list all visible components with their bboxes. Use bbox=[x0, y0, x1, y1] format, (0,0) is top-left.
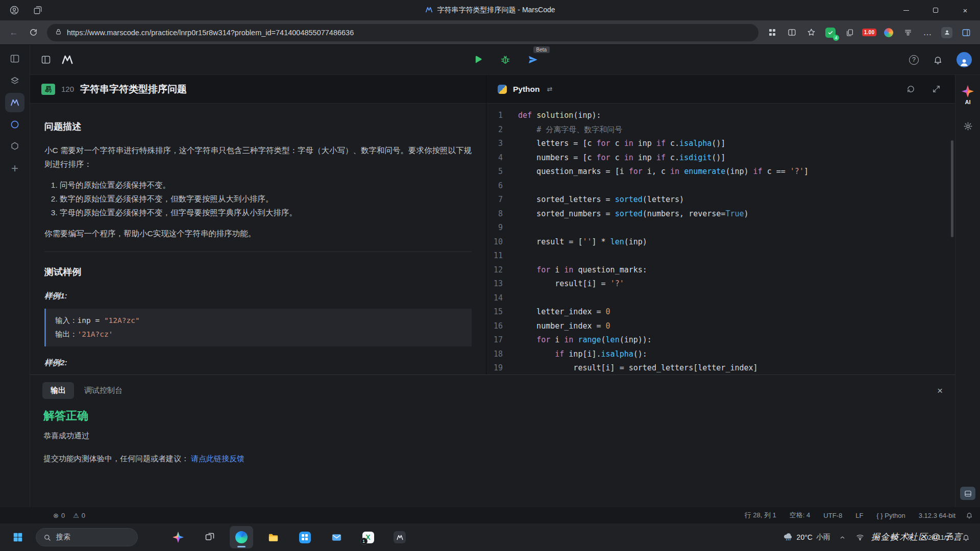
line-number: 15 bbox=[486, 305, 518, 319]
editor-scrollbar[interactable] bbox=[951, 140, 953, 237]
sidebar-toggle-icon[interactable] bbox=[958, 24, 975, 41]
clipboard-extension-icon[interactable] bbox=[841, 24, 859, 41]
reset-code-icon[interactable] bbox=[903, 82, 918, 97]
submit-button[interactable]: Beta bbox=[526, 53, 540, 66]
result-title: 解答正确 bbox=[43, 408, 942, 423]
ai-assistant-button[interactable]: AI bbox=[962, 85, 974, 105]
close-output-icon[interactable]: × bbox=[937, 386, 943, 395]
fullscreen-icon[interactable] bbox=[928, 82, 944, 97]
courses-layers-icon[interactable] bbox=[5, 71, 24, 90]
code-line[interactable]: 9 bbox=[486, 221, 955, 235]
split-screen-icon[interactable] bbox=[783, 24, 800, 41]
minimize-button[interactable] bbox=[891, 0, 921, 20]
code-line[interactable]: 4 numbers = [c for c in inp if c.isdigit… bbox=[486, 151, 955, 165]
status-bar: ⊗ 0 ⚠ 0 行 28, 列 1空格: 4UTF-8LF{ } Python3… bbox=[0, 507, 980, 523]
code-line[interactable]: 14 bbox=[486, 291, 955, 306]
switch-language-icon[interactable]: ⇄ bbox=[547, 85, 553, 93]
code-line[interactable]: 15 letter_index = 0 bbox=[486, 305, 955, 319]
weather-widget[interactable]: 20°C 小雨 bbox=[783, 532, 830, 542]
debug-button[interactable] bbox=[499, 53, 512, 66]
copilot-icon[interactable] bbox=[166, 526, 190, 548]
status-item[interactable]: 3.12.3 64-bit bbox=[919, 512, 955, 519]
marscode-logo-icon[interactable] bbox=[61, 53, 74, 66]
mail-icon[interactable] bbox=[325, 526, 348, 548]
code-line[interactable]: 11 bbox=[486, 249, 955, 263]
refresh-icon[interactable] bbox=[24, 24, 42, 41]
back-icon[interactable]: ← bbox=[5, 24, 22, 41]
explore-circle-icon[interactable] bbox=[5, 115, 24, 134]
marscode-taskbar-icon[interactable] bbox=[388, 526, 411, 548]
profile-icon[interactable] bbox=[8, 4, 20, 16]
maximize-button[interactable] bbox=[921, 0, 950, 20]
more-menu-icon[interactable]: … bbox=[919, 24, 936, 41]
tray-chevron-icon[interactable] bbox=[838, 532, 848, 542]
code-line[interactable]: 6 bbox=[486, 179, 955, 193]
wifi-icon[interactable] bbox=[855, 532, 865, 542]
collections-icon[interactable] bbox=[899, 24, 917, 41]
settings-gear-icon[interactable] bbox=[960, 118, 975, 134]
toggle-bottom-panel-button[interactable] bbox=[960, 487, 975, 500]
add-icon[interactable]: + bbox=[5, 159, 24, 178]
file-explorer-icon[interactable] bbox=[261, 526, 285, 548]
price-extension-icon[interactable]: 1.00 bbox=[861, 24, 878, 41]
site-lock-icon[interactable] bbox=[55, 28, 62, 37]
tab-group-icon[interactable] bbox=[32, 4, 44, 16]
apps-grid-icon[interactable] bbox=[764, 24, 781, 41]
tab-output[interactable]: 输出 bbox=[42, 382, 74, 399]
practice-marscode-icon[interactable] bbox=[5, 93, 24, 112]
tab-debug-console[interactable]: 调试控制台 bbox=[84, 386, 122, 395]
sample1-code: 输入：inp = "12A?zc"输出：'21A?cz' bbox=[44, 309, 472, 346]
error-icon: ⊗ bbox=[53, 512, 59, 519]
code-line[interactable]: 16 number_index = 0 bbox=[486, 319, 955, 334]
status-item[interactable]: { } Python bbox=[876, 512, 905, 519]
code-line[interactable]: 17 for i in range(len(inp)): bbox=[486, 333, 955, 347]
window-titlebar: 字符串字符类型排序问题 - MarsCode × bbox=[0, 0, 980, 20]
adblock-extension-icon[interactable]: 4 bbox=[822, 24, 839, 41]
status-item[interactable]: UTF-8 bbox=[823, 512, 842, 519]
code-line[interactable]: 12 for i in question_marks: bbox=[486, 263, 955, 278]
code-line[interactable]: 1def solution(inp): bbox=[486, 109, 955, 123]
edge-taskbar-icon[interactable] bbox=[230, 526, 253, 548]
code-line[interactable]: 3 letters = [c for c in inp if c.isalpha… bbox=[486, 137, 955, 151]
status-item[interactable]: 空格: 4 bbox=[790, 511, 810, 520]
colorful-extension-icon[interactable] bbox=[880, 24, 897, 41]
code-line[interactable]: 19 result[i] = sorted_letters[letter_ind… bbox=[486, 361, 955, 375]
status-item[interactable]: 行 28, 列 1 bbox=[745, 511, 776, 520]
rule-item: 数字的原始位置必须保持不变，但数字要按照从大到小排序。 bbox=[60, 192, 472, 206]
url-text[interactable]: https://www.marscode.cn/practice/lnrp0r1… bbox=[67, 29, 354, 37]
description-heading: 问题描述 bbox=[44, 119, 472, 135]
code-line[interactable]: 18 if inp[i].isalpha(): bbox=[486, 347, 955, 362]
editor-header: Python ⇄ bbox=[486, 75, 955, 104]
x-app-icon[interactable]: X1 bbox=[356, 526, 380, 548]
code-line[interactable]: 2 # 分离字母、数字和问号 bbox=[486, 123, 955, 137]
status-item[interactable]: LF bbox=[855, 512, 863, 519]
user-avatar[interactable] bbox=[957, 52, 972, 67]
code-line[interactable]: 13 result[i] = '?' bbox=[486, 277, 955, 291]
feedback-link[interactable]: 请点此链接反馈 bbox=[191, 454, 244, 463]
weather-desc: 小雨 bbox=[816, 533, 830, 542]
error-count[interactable]: ⊗ 0 bbox=[53, 512, 65, 519]
language-label[interactable]: Python bbox=[513, 85, 540, 94]
collapse-sidebar-icon[interactable] bbox=[38, 52, 54, 67]
code-line[interactable]: 7 sorted_letters = sorted(letters) bbox=[486, 193, 955, 207]
favorite-star-icon[interactable] bbox=[802, 24, 820, 41]
notification-bell-icon[interactable] bbox=[930, 52, 945, 67]
run-button[interactable] bbox=[471, 53, 484, 66]
address-bar[interactable]: https://www.marscode.cn/practice/lnrp0r1… bbox=[47, 24, 758, 41]
warning-count[interactable]: ⚠ 0 bbox=[73, 512, 85, 519]
store-icon[interactable] bbox=[293, 526, 316, 548]
task-view-icon[interactable] bbox=[198, 526, 222, 548]
code-line[interactable]: 10 result = [''] * len(inp) bbox=[486, 235, 955, 249]
browser-profile-icon[interactable] bbox=[938, 24, 955, 41]
close-button[interactable]: × bbox=[950, 0, 980, 20]
taskbar-search[interactable]: 搜索 bbox=[36, 528, 138, 546]
code-line[interactable]: 8 sorted_numbers = sorted(numbers, rever… bbox=[486, 207, 955, 221]
code-line[interactable]: 5 question_marks = [i for i, c in enumer… bbox=[486, 165, 955, 179]
help-icon[interactable]: ? bbox=[909, 55, 919, 65]
status-bell-icon[interactable] bbox=[966, 512, 973, 519]
hexagon-app-icon[interactable] bbox=[5, 137, 24, 156]
output-tabs: 输出 调试控制台 × bbox=[30, 375, 955, 404]
panel-layout-icon[interactable] bbox=[5, 49, 24, 68]
rule-item: 字母的原始位置必须保持不变，但字母要按照字典序从小到大排序。 bbox=[60, 206, 472, 219]
start-button[interactable] bbox=[6, 526, 30, 548]
